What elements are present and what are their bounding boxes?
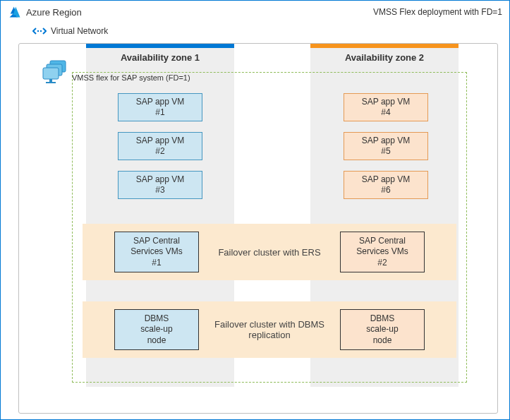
- vm-label: SAP app VM: [362, 136, 410, 146]
- sap-app-vm-4: SAP app VM #4: [344, 93, 428, 121]
- label-line: node: [373, 335, 392, 347]
- dbms-cluster-label: Failover cluster with DBMS replication: [213, 319, 326, 340]
- vnet-icon: [32, 26, 47, 36]
- vm-label: SAP app VM: [136, 174, 184, 185]
- az1-title: Availability zone 1: [86, 52, 234, 63]
- dbms-scaleup-node-z1: DBMS scale-up node: [114, 309, 199, 350]
- sap-central-services-vm-2: SAP Central Services VMs #2: [340, 232, 425, 272]
- vmss-caption: VMSS flex for SAP system (FD=1): [72, 73, 190, 82]
- sap-app-vm-2: SAP app VM #2: [118, 132, 202, 160]
- virtual-network-box: Availability zone 1 Availability zone 2 …: [18, 43, 498, 414]
- label-line: SAP Central: [133, 236, 180, 247]
- sap-app-vm-5: SAP app VM #5: [344, 132, 428, 160]
- label-line: #2: [377, 258, 387, 269]
- label-line: Services VMs: [356, 246, 408, 258]
- vnet-header: Virtual Network: [32, 26, 509, 36]
- sap-app-vm-6: SAP app VM #6: [344, 171, 428, 199]
- svg-rect-5: [49, 79, 52, 82]
- label-line: Services VMs: [130, 246, 182, 258]
- azure-region-container: Azure Region VMSS Flex deployment with F…: [0, 0, 510, 420]
- header-left: Azure Region: [8, 5, 82, 19]
- label-line: SAP Central: [359, 236, 406, 247]
- vnet-label: Virtual Network: [51, 26, 108, 36]
- svg-rect-6: [46, 82, 56, 83]
- deployment-title: VMSS Flex deployment with FD=1: [373, 7, 502, 17]
- label-line: DBMS: [370, 313, 395, 325]
- label-line: scale-up: [366, 324, 398, 335]
- vm-number: #3: [155, 185, 164, 196]
- label-line: scale-up: [140, 324, 172, 335]
- scs-cluster-label: Failover cluster with ERS: [218, 247, 320, 258]
- sap-app-vm-3: SAP app VM #3: [118, 171, 202, 199]
- az2-title: Availability zone 2: [310, 52, 459, 63]
- svg-point-0: [37, 30, 39, 32]
- svg-rect-4: [43, 68, 59, 79]
- vm-label: SAP app VM: [362, 174, 410, 185]
- vm-number: #2: [155, 146, 164, 157]
- vmss-icon: [42, 59, 70, 87]
- azure-logo-icon: [8, 5, 22, 19]
- label-line: node: [147, 335, 166, 347]
- vm-label: SAP app VM: [136, 136, 184, 146]
- dbms-failover-cluster: Failover cluster with DBMS replication D…: [83, 301, 456, 358]
- vm-number: #1: [155, 107, 164, 118]
- scs-failover-cluster: Failover cluster with ERS SAP Central Se…: [83, 224, 456, 280]
- vm-number: #4: [381, 107, 390, 118]
- header-bar: Azure Region VMSS Flex deployment with F…: [1, 1, 509, 23]
- vm-number: #6: [381, 185, 390, 196]
- label-line: DBMS: [145, 313, 169, 325]
- sap-app-vm-1: SAP app VM #1: [118, 93, 202, 121]
- dbms-scaleup-node-z2: DBMS scale-up node: [340, 309, 425, 350]
- label-line: #1: [152, 258, 161, 269]
- region-title: Azure Region: [26, 7, 82, 18]
- sap-central-services-vm-1: SAP Central Services VMs #1: [114, 232, 199, 272]
- vm-number: #5: [381, 146, 390, 157]
- vm-label: SAP app VM: [362, 97, 410, 107]
- svg-point-1: [40, 30, 42, 32]
- vm-label: SAP app VM: [136, 97, 184, 107]
